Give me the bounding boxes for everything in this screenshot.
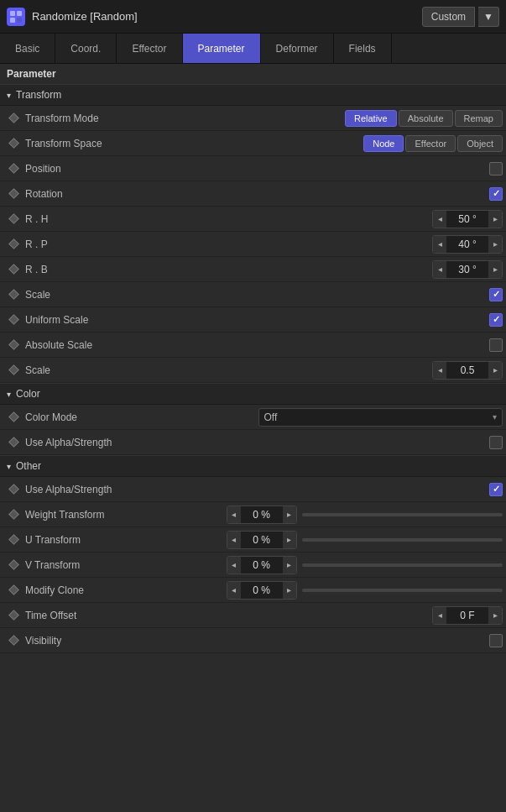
uniform-scale-checkbox[interactable] [489,313,503,327]
tab-coord[interactable]: Coord. [55,34,117,63]
v-transform-slider[interactable] [302,563,503,567]
r-b-increase[interactable]: ▸ [488,260,502,279]
weight-transform-input[interactable]: ◂ 0 % ▸ [227,506,297,524]
rotation-label: Rotation [25,188,489,200]
transform-mode-icon [7,112,20,125]
time-offset-decrease[interactable]: ◂ [433,606,446,625]
preset-dropdown-arrow[interactable]: ▼ [478,7,499,27]
v-transform-input[interactable]: ◂ 0 % ▸ [227,556,297,574]
position-icon [7,162,20,175]
u-transform-icon [7,533,20,547]
r-b-input[interactable]: ◂ 30 ° ▸ [432,260,503,279]
rotation-checkbox-container[interactable] [489,187,503,201]
transform-space-node[interactable]: Node [363,135,404,152]
time-offset-increase[interactable]: ▸ [488,606,502,625]
position-row: Position [0,156,506,181]
transform-space-effector[interactable]: Effector [405,135,456,152]
transform-group-header[interactable]: ▾ Transform [0,84,506,106]
uniform-scale-checkbox-container[interactable] [489,313,503,327]
weight-transform-slider[interactable] [302,513,503,516]
v-transform-row: V Transform ◂ 0 % ▸ [0,553,506,578]
scale-decrease[interactable]: ◂ [433,361,446,380]
modify-clone-decrease[interactable]: ◂ [227,581,241,600]
tab-parameter[interactable]: Parameter [183,34,261,63]
parameter-section-label: Parameter [0,64,506,84]
color-mode-row: Color Mode Off ▾ [0,405,506,430]
u-transform-input[interactable]: ◂ 0 % ▸ [227,531,297,549]
weight-transform-label: Weight Transform [25,509,227,521]
position-checkbox[interactable] [489,162,503,175]
color-mode-dropdown[interactable]: Off ▾ [258,408,503,427]
time-offset-icon [7,609,20,622]
scale-value: 0.5 [446,364,488,376]
color-use-alpha-checkbox[interactable] [489,436,503,449]
transform-space-icon [7,137,20,150]
scale-value-input[interactable]: ◂ 0.5 ▸ [432,361,503,380]
transform-space-object[interactable]: Object [457,135,503,152]
v-transform-icon [7,558,20,572]
color-group-header[interactable]: ▾ Color [0,383,506,405]
absolute-scale-checkbox-container[interactable] [489,338,503,352]
scale-checkbox[interactable] [489,288,503,301]
other-use-alpha-row: Use Alpha/Strength [0,477,506,502]
scale-checkbox-container[interactable] [489,288,503,301]
weight-transform-decrease[interactable]: ◂ [227,506,241,524]
content-area: Parameter ▾ Transform Transform Mode Rel… [0,64,506,812]
r-h-decrease[interactable]: ◂ [433,210,446,228]
transform-mode-row: Transform Mode Relative Absolute Remap [0,106,506,131]
color-use-alpha-checkbox-container[interactable] [489,436,503,449]
visibility-checkbox[interactable] [489,634,503,647]
modify-clone-slider[interactable] [302,589,503,592]
u-transform-decrease[interactable]: ◂ [227,531,241,549]
svg-rect-0 [10,11,15,16]
scale-row: Scale [0,282,506,307]
transform-mode-relative[interactable]: Relative [345,110,397,127]
u-transform-label: U Transform [25,534,227,546]
absolute-scale-checkbox[interactable] [489,338,503,352]
other-use-alpha-checkbox[interactable] [489,483,503,496]
time-offset-input[interactable]: ◂ 0 F ▸ [432,606,503,625]
color-mode-label: Color Mode [25,411,258,423]
preset-dropdown[interactable]: Custom ▼ [422,7,499,27]
scale-increase[interactable]: ▸ [488,361,502,380]
other-group-label: Other [16,460,41,472]
r-h-increase[interactable]: ▸ [488,210,502,228]
position-checkbox-container[interactable] [489,162,503,175]
absolute-scale-label: Absolute Scale [25,339,489,351]
svg-rect-2 [10,18,15,23]
transform-mode-absolute[interactable]: Absolute [399,110,453,127]
weight-transform-increase[interactable]: ▸ [283,506,296,524]
position-label: Position [25,163,489,175]
transform-mode-remap[interactable]: Remap [455,110,503,127]
weight-transform-value: 0 % [241,509,283,521]
transform-space-buttons: Node Effector Object [363,135,503,152]
scale-value-row: Scale ◂ 0.5 ▸ [0,358,506,383]
v-transform-increase[interactable]: ▸ [283,556,296,574]
tab-deformer[interactable]: Deformer [261,34,334,63]
u-transform-increase[interactable]: ▸ [283,531,296,549]
u-transform-slider[interactable] [302,538,503,542]
r-h-value: 50 ° [446,213,488,225]
r-p-input[interactable]: ◂ 40 ° ▸ [432,235,503,254]
rotation-checkbox[interactable] [489,187,503,201]
visibility-checkbox-container[interactable] [489,634,503,647]
modify-clone-label: Modify Clone [25,584,227,596]
preset-dropdown-label[interactable]: Custom [422,7,475,27]
r-h-input[interactable]: ◂ 50 ° ▸ [432,210,503,228]
title-bar: Randomize [Random] Custom ▼ [0,0,506,34]
color-mode-dropdown-arrow: ▾ [493,412,497,422]
tab-bar: Basic Coord. Effector Parameter Deformer… [0,34,506,64]
other-use-alpha-checkbox-container[interactable] [489,483,503,496]
modify-clone-increase[interactable]: ▸ [283,581,296,600]
absolute-scale-icon [7,338,20,352]
r-p-decrease[interactable]: ◂ [433,235,446,254]
v-transform-decrease[interactable]: ◂ [227,556,241,574]
tab-effector[interactable]: Effector [117,34,182,63]
r-p-increase[interactable]: ▸ [488,235,502,254]
tab-basic[interactable]: Basic [0,34,55,63]
absolute-scale-row: Absolute Scale [0,333,506,358]
r-b-decrease[interactable]: ◂ [433,260,446,279]
tab-fields[interactable]: Fields [334,34,392,63]
modify-clone-input[interactable]: ◂ 0 % ▸ [227,581,297,600]
other-group-header[interactable]: ▾ Other [0,455,506,477]
